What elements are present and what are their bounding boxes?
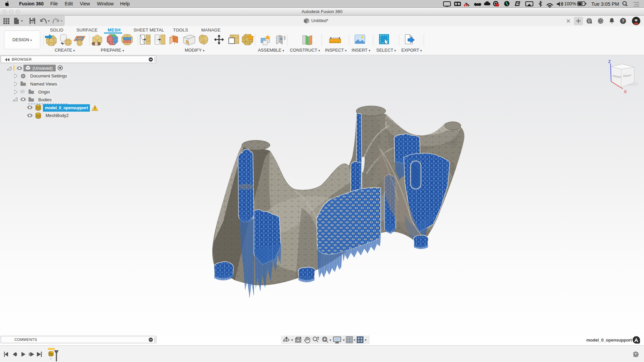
svg-text:?: ? — [622, 18, 625, 23]
svg-text:Z: Z — [608, 59, 611, 64]
svg-text:Tue 3:05 PM: Tue 3:05 PM — [591, 1, 619, 7]
svg-text:X: X — [624, 89, 627, 94]
svg-text:100%: 100% — [564, 1, 576, 6]
svg-text:1: 1 — [465, 4, 466, 7]
